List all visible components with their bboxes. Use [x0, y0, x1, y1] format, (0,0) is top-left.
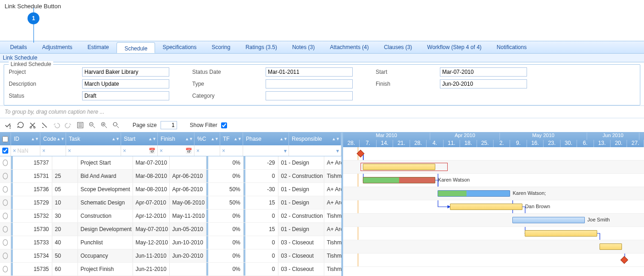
- page-size-label: Page size: [133, 122, 157, 128]
- tab-workflow-step-4-of-4-[interactable]: Workflow (Step 4 of 4): [420, 41, 489, 53]
- filter-phase[interactable]: ▾: [243, 145, 289, 156]
- tab-estimate[interactable]: Estimate: [80, 41, 117, 53]
- show-filter-checkbox[interactable]: [221, 122, 227, 128]
- day-header: 21.: [393, 140, 410, 147]
- finish-field[interactable]: [440, 79, 527, 88]
- month-header: Jun 2010: [587, 132, 639, 140]
- copy-icon[interactable]: [40, 121, 49, 129]
- refresh-icon[interactable]: [17, 121, 25, 129]
- row-select[interactable]: [3, 253, 8, 259]
- filter-tf[interactable]: ×: [220, 145, 243, 156]
- gantt-bar[interactable]: [525, 230, 597, 237]
- filter-start[interactable]: ×📅: [121, 145, 158, 156]
- row-select[interactable]: [3, 199, 8, 206]
- col-task[interactable]: Task▲▼: [66, 132, 121, 145]
- day-header: 18.: [460, 140, 477, 147]
- month-header: May 2010: [500, 132, 587, 140]
- filter-code[interactable]: ×: [40, 145, 66, 156]
- tab-scoring[interactable]: Scoring: [205, 41, 239, 53]
- table-row[interactable]: 1573230ConstructionApr-12-2010May-11-201…: [0, 210, 341, 223]
- table-row[interactable]: 1573450OccupancyJun-11-2010Jun-20-20100%…: [0, 249, 341, 263]
- type-label: Type: [192, 81, 247, 87]
- milestone[interactable]: [621, 256, 628, 264]
- table-row[interactable]: 1573560Project FinishJun-21-20100%003 - …: [0, 263, 341, 276]
- project-field[interactable]: [82, 67, 169, 77]
- gantt-bar[interactable]: [600, 243, 622, 250]
- tab-notes-3-[interactable]: Notes (3): [285, 41, 322, 53]
- filter-task[interactable]: ×: [66, 145, 121, 156]
- day-header: 13.: [594, 140, 611, 147]
- status-label: Status: [9, 93, 64, 99]
- grid-panel: ID▲▼ Code▲▼ Task▲▼ Start▲▼ Finish▲▼ %C▲▼…: [0, 132, 341, 276]
- row-select[interactable]: [3, 239, 8, 246]
- lines-icon[interactable]: [76, 121, 84, 129]
- apply-icon[interactable]: !: [5, 121, 13, 129]
- gantt-bar[interactable]: [450, 204, 522, 210]
- bar-label: Dan Brown: [525, 204, 550, 209]
- filter-responsible[interactable]: ▾: [289, 145, 341, 156]
- tab-schedule[interactable]: Schedule: [117, 42, 155, 53]
- gantt-row: [343, 240, 644, 254]
- status-date-field[interactable]: [266, 67, 353, 77]
- select-all-checkbox[interactable]: [2, 136, 8, 142]
- table-row[interactable]: 15737Project StartMar-07-20100%-2901 - D…: [0, 156, 341, 170]
- row-select[interactable]: [3, 226, 8, 232]
- col-pc[interactable]: %C▲▼: [194, 132, 220, 145]
- gantt-bar[interactable]: [512, 217, 584, 223]
- gantt-bar[interactable]: [438, 190, 510, 197]
- gantt-row: Joe Smith: [343, 214, 644, 227]
- row-select[interactable]: [3, 173, 8, 179]
- table-row[interactable]: 1573340PunchlistMay-12-2010Jun-10-20100%…: [0, 236, 341, 249]
- filter-row-checkbox[interactable]: [2, 148, 8, 154]
- row-select[interactable]: [3, 160, 8, 166]
- gantt-row: Dan Brown: [343, 200, 644, 214]
- tab-notifications[interactable]: Notifications: [489, 41, 534, 53]
- tab-specifications[interactable]: Specifications: [155, 41, 204, 53]
- type-field[interactable]: [266, 79, 353, 88]
- zoom-in-icon[interactable]: [100, 121, 108, 129]
- month-header: Apr 2010: [430, 132, 500, 140]
- status-field[interactable]: [82, 91, 169, 100]
- table-row[interactable]: 1573125Bid And AwardMar-08-2010Apr-06-20…: [0, 170, 341, 183]
- gantt-panel: Mar 2010Apr 2010May 2010Jun 2010 28.7.14…: [341, 132, 644, 276]
- group-by-bar[interactable]: To group by, drag column caption here ..…: [0, 105, 644, 118]
- day-header: 23.: [544, 140, 560, 147]
- undo-icon[interactable]: [52, 121, 61, 129]
- tab-details[interactable]: Details: [3, 41, 35, 53]
- filter-id[interactable]: × NaN: [11, 145, 40, 156]
- filter-finish[interactable]: ×📅: [158, 145, 194, 156]
- category-field[interactable]: [266, 91, 353, 100]
- col-responsible[interactable]: Responsible▲▼: [289, 132, 341, 145]
- zoom-out-icon[interactable]: [88, 121, 96, 129]
- table-row[interactable]: 1572910Schematic DesignApr-07-2010May-06…: [0, 196, 341, 210]
- bar-label: Joe Smith: [588, 217, 610, 222]
- tab-ratings-3-5-[interactable]: Ratings (3.5): [238, 41, 285, 53]
- table-row[interactable]: 1573605Scope DevelopmentMar-08-2010Apr-0…: [0, 183, 341, 196]
- row-select[interactable]: [3, 213, 8, 219]
- col-finish[interactable]: Finish▲▼: [158, 132, 194, 145]
- row-select[interactable]: [3, 186, 8, 193]
- description-field[interactable]: [82, 79, 169, 88]
- zoom-fit-icon[interactable]: [112, 121, 120, 129]
- tab-adjustments[interactable]: Adjustments: [35, 41, 80, 53]
- tab-attachments-4-[interactable]: Attachments (4): [322, 41, 377, 53]
- table-row[interactable]: 1573020Design DevelopmentMay-07-2010Jun-…: [0, 223, 341, 236]
- filter-pc[interactable]: ×: [194, 145, 220, 156]
- milestone[interactable]: [357, 150, 365, 158]
- gantt-bar[interactable]: [363, 177, 435, 183]
- baseline-frame: [361, 163, 448, 171]
- redo-icon[interactable]: [64, 121, 72, 129]
- page-size-input[interactable]: [161, 121, 177, 129]
- col-tf[interactable]: TF▲▼: [220, 132, 243, 145]
- col-phase[interactable]: Phase▲▼: [243, 132, 289, 145]
- cut-icon[interactable]: [28, 121, 37, 129]
- col-start[interactable]: Start▲▼: [121, 132, 158, 145]
- tab-clauses-3-[interactable]: Clauses (3): [377, 41, 420, 53]
- col-code[interactable]: Code▲▼: [40, 132, 66, 145]
- col-id[interactable]: ID▲▼: [11, 132, 40, 145]
- row-select[interactable]: [3, 266, 8, 272]
- day-header: 28.: [343, 140, 360, 147]
- start-field[interactable]: [440, 67, 527, 77]
- fieldset-legend: Linked Schedule: [9, 61, 53, 67]
- link-schedule-button[interactable]: Link Schedule: [3, 55, 37, 61]
